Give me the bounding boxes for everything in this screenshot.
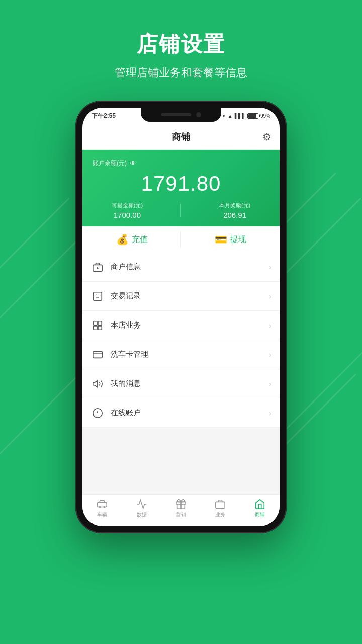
tab-vehicles-label: 车辆 <box>97 511 107 518</box>
svg-rect-6 <box>94 326 97 329</box>
recharge-button[interactable]: 💰 充值 <box>82 226 181 253</box>
menu-item-online-account[interactable]: 在线账户 › <box>82 398 280 428</box>
phone-mockup: 下午2:55 35.6K/s ✦ ▲ ▌▌▌ 99% 商铺 <box>75 101 287 533</box>
svg-rect-8 <box>93 351 102 358</box>
app-header: 商铺 ⚙ <box>82 124 280 150</box>
phone-screen: 下午2:55 35.6K/s ✦ ▲ ▌▌▌ 99% 商铺 <box>82 108 280 526</box>
svg-marker-10 <box>93 380 97 387</box>
phone-camera <box>196 112 201 117</box>
menu-item-merchant-info[interactable]: 商户信息 › <box>82 253 280 282</box>
action-row: 💰 充值 💳 提现 <box>82 226 280 253</box>
svg-rect-5 <box>98 321 102 325</box>
menu-item-messages[interactable]: 我的消息 › <box>82 369 280 398</box>
menu-item-wash-card[interactable]: 洗车卡管理 › <box>82 340 280 369</box>
monthly-bonus-label: 本月奖励(元) <box>219 202 250 209</box>
chevron-icon: › <box>269 321 272 330</box>
menu-item-transaction[interactable]: 交易记录 › <box>82 282 280 311</box>
wifi-icon: ▲ <box>228 113 233 119</box>
menu-list: 商户信息 › 交易记录 › <box>82 253 280 494</box>
messages-label: 我的消息 <box>111 379 269 388</box>
svg-point-15 <box>99 506 101 508</box>
withdrawable-value: 1700.00 <box>112 211 143 219</box>
tab-data-label: 数据 <box>137 511 147 518</box>
phone-notch <box>141 108 221 122</box>
page-subtitle: 管理店铺业务和套餐等信息 <box>115 65 247 80</box>
balance-card: 账户余额(元) 👁 1791.80 可提金额(元) 1700.00 本月奖励(元… <box>82 150 280 226</box>
app-title: 商铺 <box>172 131 190 143</box>
signal-icon: ▌▌▌ <box>235 113 245 119</box>
merchant-info-label: 商户信息 <box>111 262 269 272</box>
withdraw-label: 提现 <box>230 234 246 245</box>
chevron-icon: › <box>269 292 272 300</box>
chevron-icon: › <box>269 380 272 388</box>
tab-bar: 车辆 数据 <box>82 494 280 526</box>
menu-item-shop-services[interactable]: 本店业务 › <box>82 311 280 340</box>
status-time: 下午2:55 <box>92 112 116 120</box>
online-account-label: 在线账户 <box>111 408 269 418</box>
phone-frame: 下午2:55 35.6K/s ✦ ▲ ▌▌▌ 99% 商铺 <box>75 101 287 533</box>
battery-percent: 99% <box>260 113 270 119</box>
wash-card-icon <box>90 348 105 362</box>
page-header: 店铺设置 管理店铺业务和套餐等信息 <box>115 30 247 80</box>
tab-marketing-label: 营销 <box>176 511 186 518</box>
chevron-icon: › <box>269 263 272 271</box>
bluetooth-icon: ✦ <box>222 113 226 119</box>
balance-label: 账户余额(元) 👁 <box>93 159 269 168</box>
monthly-bonus-value: 206.91 <box>219 211 250 219</box>
tab-store-label: 商铺 <box>255 511 265 518</box>
transaction-label: 交易记录 <box>111 291 269 301</box>
tab-store[interactable]: 商铺 <box>240 499 280 518</box>
page-title: 店铺设置 <box>115 30 247 58</box>
svg-rect-4 <box>94 321 97 325</box>
svg-rect-3 <box>94 292 102 300</box>
merchant-info-icon <box>90 260 105 274</box>
withdraw-icon: 💳 <box>215 233 227 246</box>
battery-fill <box>248 114 256 118</box>
svg-rect-17 <box>216 502 225 508</box>
balance-divider <box>180 204 181 217</box>
tab-data[interactable]: 数据 <box>122 499 161 518</box>
withdrawable-label: 可提金额(元) <box>112 202 143 209</box>
chevron-icon: › <box>269 409 272 417</box>
svg-point-16 <box>104 506 106 508</box>
online-account-icon <box>90 406 105 420</box>
svg-rect-7 <box>98 326 102 329</box>
recharge-label: 充值 <box>132 234 148 245</box>
shop-services-icon <box>90 318 105 333</box>
recharge-icon: 💰 <box>116 233 129 246</box>
chevron-icon: › <box>269 351 272 359</box>
wash-card-label: 洗车卡管理 <box>111 350 269 359</box>
tab-vehicles[interactable]: 车辆 <box>82 499 122 518</box>
eye-icon[interactable]: 👁 <box>130 159 136 167</box>
messages-icon <box>90 377 105 391</box>
withdrawable-item: 可提金额(元) 1700.00 <box>112 202 143 219</box>
svg-rect-14 <box>98 502 107 507</box>
page-background: 店铺设置 管理店铺业务和套餐等信息 下午2:55 35.6K/s ✦ ▲ ▌▌▌ <box>0 0 362 644</box>
tab-business[interactable]: 业务 <box>201 499 240 518</box>
withdraw-button[interactable]: 💳 提现 <box>181 226 280 253</box>
monthly-bonus-item: 本月奖励(元) 206.91 <box>219 202 250 219</box>
balance-details: 可提金额(元) 1700.00 本月奖励(元) 206.91 <box>93 202 269 226</box>
settings-icon[interactable]: ⚙ <box>262 131 272 143</box>
tab-business-label: 业务 <box>215 511 225 518</box>
phone-speaker <box>161 113 191 116</box>
battery-icon <box>247 113 258 119</box>
tab-marketing[interactable]: 营销 <box>161 499 201 518</box>
balance-amount: 1791.80 <box>93 172 269 196</box>
transaction-icon <box>90 289 105 303</box>
shop-services-label: 本店业务 <box>111 320 269 330</box>
